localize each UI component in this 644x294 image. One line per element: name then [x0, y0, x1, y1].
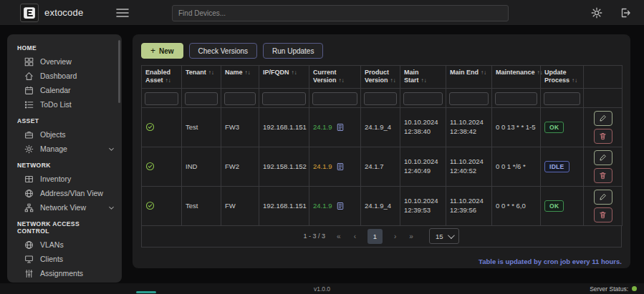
maintenance-cell: 0 0 13 * * 1-5 [492, 107, 541, 147]
update-process-badge: OK [544, 200, 564, 212]
settings-gear-icon[interactable] [591, 7, 602, 19]
sidebar-item-calendar[interactable]: Calendar [7, 83, 122, 97]
filter-name-input[interactable] [224, 92, 256, 105]
sidebar-item-manage[interactable]: Manage [7, 142, 122, 156]
sidebar-item-overview[interactable]: Overview [7, 54, 122, 69]
column-header-current-version[interactable]: Current Version↑↓ [309, 66, 361, 89]
top-bar: extocode [0, 0, 644, 26]
cron-note: Table is updated by cron job every 11 ho… [141, 258, 622, 265]
filter-product-version-input[interactable] [364, 92, 397, 105]
enabled-check-icon [145, 201, 178, 210]
sidebar-item-address-vlan-view[interactable]: Address/Vlan View [7, 186, 122, 200]
search-input[interactable] [172, 5, 509, 21]
last-page-icon[interactable]: » [408, 232, 415, 240]
filter-tenant-input[interactable] [185, 92, 218, 105]
brand-logo-icon [20, 4, 39, 22]
run-updates-button[interactable]: Run Updates [263, 43, 323, 59]
main-end-cell: 11.10.202412:38:42 [446, 107, 492, 147]
column-header-enabled-asset[interactable]: Enabled Asset↑↓ [142, 66, 182, 89]
menu-toggle-icon[interactable] [116, 8, 129, 18]
update-process-badge: IDLE [544, 161, 569, 172]
table-toolbar: + New Check Versions Run Updates [141, 43, 622, 59]
sort-icon: ↑↓ [245, 69, 251, 76]
current-version-value: 24.1.9 [313, 202, 332, 210]
edit-button[interactable] [594, 111, 612, 126]
column-header-main-start[interactable]: Main Start↑↓ [400, 66, 446, 89]
sidebar-item-objects[interactable]: Objects [7, 127, 122, 142]
column-header-actions [584, 66, 623, 89]
filter-ip-fqdn-input[interactable] [262, 92, 306, 105]
sort-icon: ↑↓ [165, 77, 171, 84]
filter-main-start-input[interactable] [403, 92, 443, 105]
name-cell: FW2 [221, 147, 259, 186]
maintenance-cell: 0 0 * * 6,0 [492, 186, 541, 225]
column-header-ip-fqdn[interactable]: IP/FQDN↑↓ [259, 66, 309, 89]
tenant-cell: IND [182, 147, 221, 186]
column-header-product-version[interactable]: Product Version↑↓ [361, 66, 400, 89]
sidebar-item-assignments[interactable]: Assignments [7, 266, 122, 280]
sort-icon: ↑↓ [390, 77, 396, 84]
filter-enabled-asset-input[interactable] [145, 92, 178, 105]
globe-icon [24, 189, 34, 198]
sidebar-item-network-view[interactable]: Network View [7, 200, 122, 215]
sidebar-item-inventory[interactable]: Inventory [7, 172, 122, 186]
sidebar-item-vlans[interactable]: VLANs [7, 237, 122, 252]
ip-cell: 192.168.1.151 [259, 107, 309, 147]
main-end-cell: 11.10.202412:40:52 [446, 147, 492, 186]
network-icon [24, 203, 34, 212]
table-row: Test FW3 192.168.1.151 24.1.9 24.1.9_4 1… [142, 107, 623, 147]
filter-maintenance-input[interactable] [495, 92, 537, 105]
previous-page-icon[interactable]: ‹ [352, 232, 357, 240]
column-header-tenant[interactable]: Tenant↑↓ [182, 66, 221, 89]
sort-icon: ↑↓ [572, 77, 577, 84]
horizontal-scrollbar-thumb[interactable] [136, 291, 156, 293]
delete-button[interactable] [594, 129, 612, 144]
filter-main-end-input[interactable] [449, 92, 489, 105]
main-start-cell: 10.10.202412:39:53 [400, 186, 446, 225]
sort-icon: ↑↓ [292, 69, 297, 76]
list-icon [24, 100, 34, 109]
sidebar-item-clients[interactable]: Clients [7, 252, 122, 266]
table-row: Test FW 192.168.1.151 24.1.9 24.1.9_4 10… [142, 186, 623, 225]
delete-button[interactable] [594, 207, 612, 222]
changelog-icon[interactable] [336, 202, 345, 210]
edit-button[interactable] [594, 150, 612, 165]
globe-icon [24, 240, 34, 250]
app-version: v1.0.0 [314, 285, 330, 293]
next-page-icon[interactable]: › [393, 232, 398, 240]
filter-update-process-input[interactable] [544, 92, 580, 105]
logout-icon[interactable] [620, 7, 631, 19]
sidebar-item-todo-list[interactable]: ToDo List [7, 97, 122, 112]
sidebar-item-dashboard[interactable]: Dashboard [7, 69, 122, 83]
main-start-cell: 10.10.202412:40:49 [400, 147, 446, 186]
current-version-value: 24.1.9 [313, 162, 332, 170]
changelog-icon[interactable] [336, 123, 345, 132]
page-number-button[interactable]: 1 [367, 229, 383, 244]
edit-button[interactable] [594, 190, 612, 205]
changelog-icon[interactable] [336, 162, 345, 171]
page-size-select[interactable]: 15 [429, 228, 460, 244]
sidebar-section-network: NETWORK [7, 156, 122, 172]
sidebar-item-nas[interactable]: NAS [7, 280, 122, 283]
column-header-main-end[interactable]: Main End↑↓ [446, 66, 492, 89]
current-version-value: 24.1.9 [313, 123, 332, 131]
filter-current-version-input[interactable] [312, 92, 357, 105]
check-versions-button[interactable]: Check Versions [189, 43, 257, 59]
briefcase-icon [24, 130, 34, 139]
first-page-icon[interactable]: « [335, 232, 342, 240]
name-cell: FW [221, 186, 259, 225]
sliders-icon [24, 269, 34, 278]
footer-bar: v1.0.0 Server Status: [0, 283, 644, 294]
sidebar-section-asset: ASSET [7, 112, 122, 127]
new-button[interactable]: + New [141, 43, 183, 59]
sidebar-scrollbar-thumb[interactable] [118, 40, 120, 103]
home-icon [24, 72, 34, 81]
column-header-name[interactable]: Name↑↓ [221, 66, 259, 89]
maintenance-cell: 0 0 1 */6 * [492, 147, 541, 186]
column-header-maintenance[interactable]: Maintenance↑↓ [492, 66, 541, 89]
delete-button[interactable] [594, 168, 612, 183]
enabled-check-icon [145, 162, 178, 171]
column-header-update-process[interactable]: Update Process↑↓ [541, 66, 584, 89]
server-status-indicator [632, 286, 637, 291]
chevron-down-icon [108, 146, 115, 152]
